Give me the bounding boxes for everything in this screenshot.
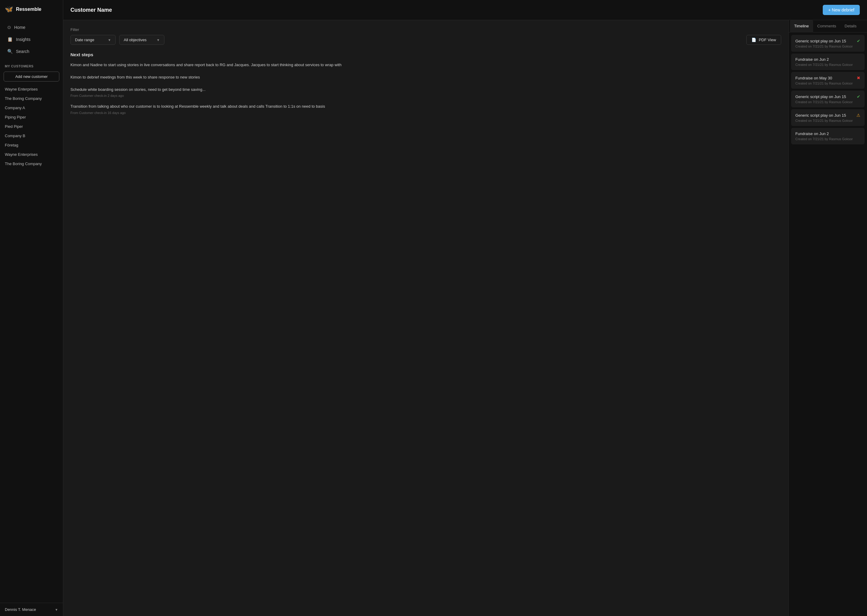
status-icon-green-0: ✔ (857, 39, 861, 43)
tab-comments[interactable]: Comments (813, 20, 840, 33)
sidebar-customer-item-1[interactable]: The Boring Company (0, 94, 63, 103)
date-range-filter[interactable]: Date range ▼ (71, 35, 116, 45)
search-icon: 🔍 (7, 49, 13, 54)
step-item-1: Kimon to debrief meetings from this week… (71, 74, 781, 81)
sidebar: 🦋 Ressemble ⊙Home📋Insights🔍Search My Cus… (0, 0, 63, 616)
status-icon-green-3: ✔ (857, 94, 861, 99)
add-customer-button[interactable]: Add new customer (4, 72, 59, 82)
filter-label: Filter (71, 27, 781, 32)
new-debrief-button[interactable]: + New debrief (823, 5, 860, 15)
tab-timeline[interactable]: Timeline (790, 20, 813, 33)
sidebar-item-home[interactable]: ⊙Home (2, 22, 60, 33)
home-icon: ⊙ (7, 25, 11, 30)
timeline-list: Generic script play on Jun 15 ✔ Created … (789, 33, 867, 616)
sidebar-customer-item-2[interactable]: Company A (0, 103, 63, 113)
timeline-card-meta-2: Created on 7/21/21 by Rasmus Goksor (795, 82, 861, 85)
timeline-card-title-text-1: Fundraise on Jun 2 (795, 57, 861, 62)
main-content: Customer Name + New debrief Filter Date … (63, 0, 867, 616)
timeline-card-title-5: Fundraise on Jun 2 (795, 132, 861, 136)
page-title: Customer Name (71, 7, 112, 13)
timeline-card-3[interactable]: Generic script play on Jun 15 ✔ Created … (791, 91, 865, 107)
footer-user-name: Dennis T. Menace (5, 607, 36, 612)
sidebar-nav: ⊙Home📋Insights🔍Search (0, 19, 63, 60)
logo-icon: 🦋 (5, 5, 13, 13)
step-item-3: Transition from talking about who our cu… (71, 104, 781, 115)
my-customers-label: My Customers (0, 60, 63, 70)
objectives-filter[interactable]: All objectives ▼ (119, 35, 164, 45)
sidebar-customer-item-6[interactable]: Företag (0, 140, 63, 150)
timeline-card-title-3: Generic script play on Jun 15 ✔ (795, 94, 861, 99)
step-text-0: Kimon and Nadine to start using stories … (71, 62, 781, 68)
next-steps-list: Kimon and Nadine to start using stories … (71, 62, 781, 115)
timeline-card-title-4: Generic script play on Jun 15 ⚠ (795, 113, 861, 118)
next-steps-title: Next steps (71, 52, 781, 57)
sidebar-item-label-search: Search (16, 49, 29, 54)
main-header: Customer Name + New debrief (63, 0, 867, 20)
center-panel: Filter Date range ▼ All objectives ▼ 📄 P… (63, 20, 789, 616)
timeline-card-meta-3: Created on 7/21/21 by Rasmus Goksor (795, 100, 861, 104)
sidebar-customer-item-8[interactable]: The Boring Company (0, 159, 63, 168)
step-item-0: Kimon and Nadine to start using stories … (71, 62, 781, 68)
timeline-card-title-1: Fundraise on Jun 2 (795, 57, 861, 62)
date-range-label: Date range (75, 38, 94, 42)
footer-dropdown-icon: ▼ (55, 608, 58, 611)
step-source-3: From Customer check-in 16 days ago (71, 111, 781, 115)
timeline-card-5[interactable]: Fundraise on Jun 2 Created on 7/21/21 by… (791, 128, 865, 145)
tab-details[interactable]: Details (840, 20, 861, 33)
timeline-card-meta-4: Created on 7/21/21 by Rasmus Goksor (795, 119, 861, 123)
status-icon-red-2: ✖ (857, 75, 861, 80)
filter-section: Filter Date range ▼ All objectives ▼ 📄 P… (71, 27, 781, 45)
timeline-card-4[interactable]: Generic script play on Jun 15 ⚠ Created … (791, 109, 865, 126)
pdf-view-label: PDF View (758, 38, 776, 42)
sidebar-item-insights[interactable]: 📋Insights (2, 34, 60, 45)
timeline-card-0[interactable]: Generic script play on Jun 15 ✔ Created … (791, 35, 865, 52)
timeline-card-1[interactable]: Fundraise on Jun 2 Created on 7/21/21 by… (791, 53, 865, 70)
sidebar-item-search[interactable]: 🔍Search (2, 46, 60, 57)
insights-icon: 📋 (7, 37, 13, 42)
step-item-2: Schedule white boarding session on stori… (71, 86, 781, 98)
sidebar-customer-item-5[interactable]: Company B (0, 131, 63, 140)
timeline-card-title-text-2: Fundraise on May 30 (795, 76, 854, 80)
date-range-chevron: ▼ (108, 38, 111, 42)
sidebar-customer-item-3[interactable]: Piping Piper (0, 113, 63, 122)
sidebar-item-label-home: Home (14, 25, 25, 30)
timeline-card-meta-1: Created on 7/21/21 by Rasmus Goksor (795, 63, 861, 66)
sidebar-customer-item-0[interactable]: Wayne Enterprises (0, 85, 63, 94)
right-panel: TimelineCommentsDetails Generic script p… (789, 20, 867, 616)
timeline-card-meta-5: Created on 7/21/21 by Rasmus Goksor (795, 137, 861, 141)
timeline-card-title-text-5: Fundraise on Jun 2 (795, 132, 861, 136)
sidebar-customer-item-4[interactable]: Pied Piper (0, 122, 63, 131)
filter-row: Date range ▼ All objectives ▼ 📄 PDF View (71, 35, 781, 45)
timeline-card-title-text-4: Generic script play on Jun 15 (795, 113, 854, 118)
app-name: Ressemble (16, 6, 41, 12)
timeline-card-title-text-0: Generic script play on Jun 15 (795, 39, 854, 43)
timeline-card-title-text-3: Generic script play on Jun 15 (795, 94, 854, 99)
content-area: Filter Date range ▼ All objectives ▼ 📄 P… (63, 20, 867, 616)
pdf-view-button[interactable]: 📄 PDF View (746, 35, 781, 45)
timeline-card-meta-0: Created on 7/21/21 by Rasmus Goksor (795, 44, 861, 48)
sidebar-customer-item-7[interactable]: Wayne Enterprises (0, 150, 63, 159)
sidebar-item-label-insights: Insights (16, 37, 30, 42)
sidebar-footer-user[interactable]: Dennis T. Menace ▼ (0, 603, 63, 616)
timeline-card-title-2: Fundraise on May 30 ✖ (795, 75, 861, 80)
step-text-1: Kimon to debrief meetings from this week… (71, 74, 781, 81)
timeline-card-2[interactable]: Fundraise on May 30 ✖ Created on 7/21/21… (791, 72, 865, 89)
app-logo: 🦋 Ressemble (0, 0, 63, 19)
timeline-card-title-0: Generic script play on Jun 15 ✔ (795, 39, 861, 43)
right-panel-tabs: TimelineCommentsDetails (789, 20, 867, 33)
step-text-3: Transition from talking about who our cu… (71, 104, 781, 110)
objectives-label: All objectives (124, 38, 147, 42)
sidebar-customers-list: Wayne EnterprisesThe Boring CompanyCompa… (0, 85, 63, 603)
pdf-icon: 📄 (751, 38, 756, 42)
objectives-chevron: ▼ (156, 38, 160, 42)
step-source-2: From Customer check-in 2 days ago (71, 94, 781, 97)
next-steps-section: Next steps Kimon and Nadine to start usi… (71, 52, 781, 115)
status-icon-warning-4: ⚠ (856, 113, 861, 118)
step-text-2: Schedule white boarding session on stori… (71, 86, 781, 93)
